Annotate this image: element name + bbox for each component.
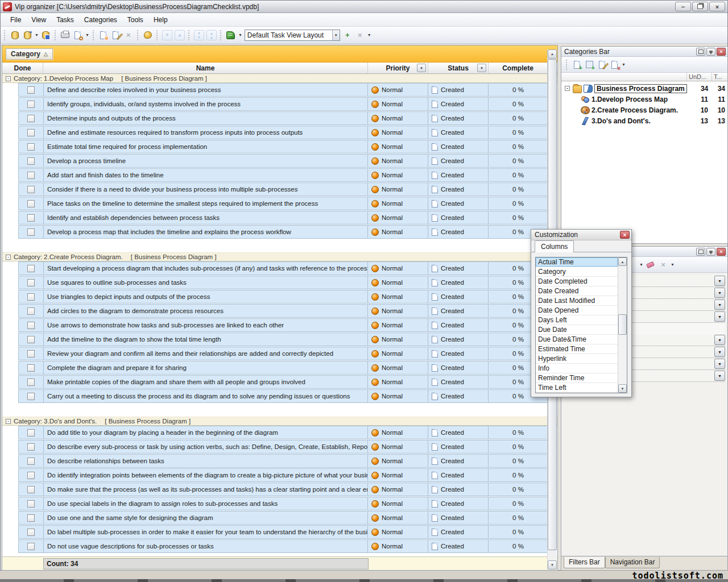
task-row[interactable]: Define and describe roles involved in yo… (18, 83, 548, 97)
status-filter-dropdown-icon[interactable]: ▼ (477, 64, 486, 72)
panel-restore-icon[interactable] (696, 48, 705, 56)
task-row[interactable]: Do label multiple sub-processes in order… (18, 525, 548, 539)
column-header-status[interactable]: Status ▼ (428, 63, 489, 73)
task-checkbox[interactable] (27, 101, 35, 108)
view-layouts-icon[interactable] (225, 30, 237, 41)
dialog-close-icon[interactable]: × (620, 231, 630, 239)
column-header-total[interactable]: T... (712, 73, 727, 81)
clear-filter-icon[interactable] (645, 259, 656, 271)
save-database-icon[interactable] (40, 30, 52, 41)
tab-navigation-bar[interactable]: Navigation Bar (605, 557, 660, 568)
column-header-undone[interactable]: UnD... (686, 73, 712, 81)
new-task-icon[interactable] (98, 30, 109, 41)
reminder-icon[interactable] (142, 30, 154, 41)
task-checkbox[interactable] (27, 115, 35, 122)
task-row[interactable]: Use arrows to demonstrate how tasks and … (18, 318, 548, 332)
move-up-icon[interactable] (174, 30, 185, 41)
column-header-complete[interactable]: Complete (489, 63, 548, 73)
scroll-down-icon[interactable]: ▼ (548, 560, 557, 569)
task-row[interactable]: Carry out a meeting to discuss the proce… (18, 389, 548, 403)
task-row[interactable]: Develop a process map that includes the … (18, 225, 548, 239)
scroll-up-icon[interactable]: ▲ (548, 49, 557, 59)
group-by-category-button[interactable]: Category △ (6, 48, 53, 60)
column-header-done[interactable]: Done (2, 63, 43, 73)
filter-dropdown-icon[interactable]: ▼ (714, 347, 725, 357)
tab-columns[interactable]: Columns (535, 240, 574, 252)
dropdown-caret-icon[interactable]: ▼ (34, 33, 40, 37)
task-checkbox[interactable] (27, 500, 35, 508)
category-group-row[interactable]: -Category: 2.Create Process Diagram.[ Bu… (2, 252, 557, 261)
column-list-item[interactable]: Category (536, 267, 618, 277)
collapse-icon[interactable]: - (6, 255, 11, 260)
task-row[interactable]: Develop a process timelineNormalCreated0… (18, 154, 548, 168)
filter-dropdown-icon[interactable]: ▼ (714, 288, 725, 298)
task-row[interactable]: Make printable copies of the diagram and… (18, 375, 548, 389)
dropdown-caret-icon[interactable]: ▼ (669, 263, 676, 267)
dropdown-caret-icon[interactable]: ▼ (366, 33, 373, 37)
task-checkbox[interactable] (27, 364, 35, 372)
layout-combo[interactable]: Default Task View Layout ▼ (245, 30, 340, 41)
add-category-icon[interactable]: + (571, 59, 582, 70)
dialog-title-bar[interactable]: Customization × (531, 230, 631, 240)
panel-close-icon[interactable]: × (717, 248, 726, 256)
task-row[interactable]: Start developing a process diagram that … (18, 261, 548, 275)
column-list-item[interactable]: Date Completed (536, 277, 618, 286)
task-checkbox[interactable] (27, 293, 35, 301)
task-row[interactable]: Place tasks on the timeline to determine… (18, 197, 548, 210)
task-checkbox[interactable] (27, 379, 35, 386)
task-checkbox[interactable] (27, 200, 35, 207)
move-to-bottom-icon[interactable] (193, 30, 205, 41)
category-group-row[interactable]: -Category: 1.Develop Process Map[ Busine… (2, 74, 557, 83)
menu-help[interactable]: Help (148, 14, 173, 26)
task-checkbox[interactable] (27, 265, 35, 272)
edit-category-icon[interactable] (596, 59, 607, 70)
column-list-item[interactable]: Reminder Time (536, 373, 618, 383)
filter-dropdown-icon[interactable]: ▼ (714, 371, 725, 381)
task-row[interactable]: Identify groups, individuals, or/and sys… (18, 97, 548, 111)
task-row[interactable]: Identify and establish dependencies betw… (18, 211, 548, 225)
tab-filters-bar[interactable]: Filters Bar (564, 557, 605, 568)
task-checkbox[interactable] (27, 86, 35, 94)
delete-task-icon[interactable]: × (123, 30, 134, 41)
dropdown-caret-icon[interactable]: ▼ (84, 33, 90, 37)
column-list-item[interactable]: Hyperlink (536, 354, 618, 364)
task-row[interactable]: Do use one and the same style for design… (18, 511, 548, 525)
panel-restore-icon[interactable] (696, 248, 705, 256)
task-checkbox[interactable] (27, 336, 35, 343)
menu-view[interactable]: View (26, 14, 51, 26)
minimize-icon[interactable]: − (675, 2, 691, 11)
task-checkbox[interactable] (27, 529, 35, 536)
panel-close-icon[interactable]: × (717, 48, 726, 56)
menu-tools[interactable]: Tools (122, 14, 148, 26)
dropdown-caret-icon[interactable]: ▼ (638, 263, 644, 267)
task-row[interactable]: Use triangles to depict inputs and outpu… (18, 290, 548, 304)
edit-task-icon[interactable] (110, 30, 122, 41)
task-row[interactable]: Estimate total time required for process… (18, 140, 548, 153)
category-tree-item[interactable]: -Business Process Diagram3434 (561, 83, 727, 94)
task-row[interactable]: Do add title to your diagram by placing … (18, 426, 548, 439)
apply-layout-icon[interactable]: + (342, 30, 353, 41)
task-checkbox[interactable] (27, 172, 35, 179)
task-row[interactable]: Define and estimate resources required t… (18, 126, 548, 139)
task-row[interactable]: Do not use vague descriptions for sub-pr… (18, 539, 548, 553)
task-checkbox[interactable] (27, 307, 35, 315)
column-list-item[interactable]: Info (536, 364, 618, 373)
column-list-item[interactable]: Date Created (536, 286, 618, 296)
menu-file[interactable]: File (5, 14, 26, 26)
delete-category-icon[interactable]: × (609, 59, 620, 70)
task-checkbox[interactable] (27, 514, 35, 522)
task-checkbox[interactable] (27, 486, 35, 493)
category-tree-item[interactable]: 1.Develop Process Map1111 (561, 94, 727, 105)
menu-tasks[interactable]: Tasks (51, 14, 79, 26)
category-tree-item[interactable]: 3.Do's and Dont's.1313 (561, 115, 727, 126)
task-checkbox[interactable] (27, 393, 35, 400)
task-checkbox[interactable] (27, 350, 35, 357)
add-subcategory-icon[interactable]: + (584, 59, 595, 70)
task-checkbox[interactable] (27, 157, 35, 165)
task-checkbox[interactable] (27, 543, 35, 550)
collapse-icon[interactable]: - (565, 86, 570, 91)
close-icon[interactable]: × (709, 2, 725, 11)
filter-dropdown-icon[interactable]: ▼ (714, 276, 725, 286)
priority-filter-dropdown-icon[interactable]: ▼ (417, 64, 426, 72)
scroll-up-icon[interactable]: ▲ (618, 257, 627, 266)
